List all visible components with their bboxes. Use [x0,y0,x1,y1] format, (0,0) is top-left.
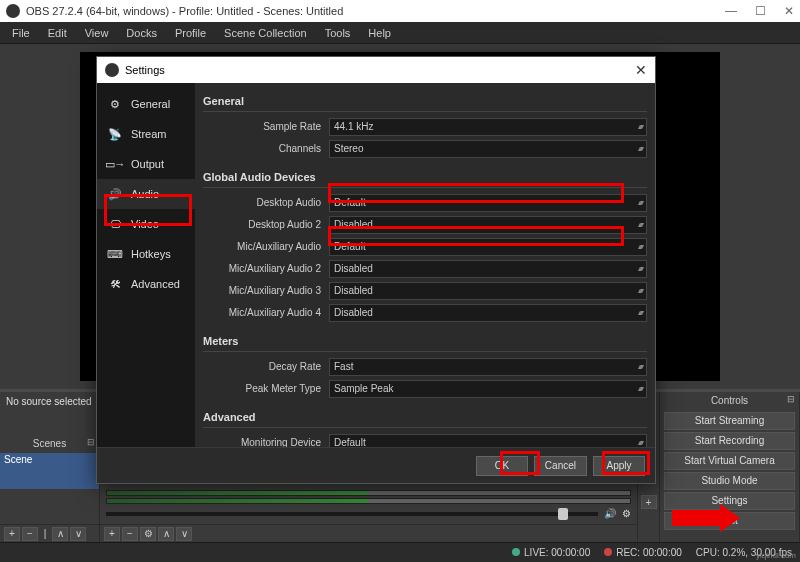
chevron-updown-icon: ▴▾ [638,242,642,251]
apply-button[interactable]: Apply [593,456,645,476]
chevron-updown-icon: ▴▾ [638,438,642,447]
dialog-close-button[interactable]: ✕ [635,62,647,78]
combo-value: Disabled [334,285,373,296]
label-mic-aux3: Mic/Auxiliary Audio 3 [203,285,329,296]
monitor-icon: 🖵 [107,216,123,232]
rec-dot-icon [604,548,612,556]
chevron-updown-icon: ▴▾ [638,308,642,317]
group-meters: Meters [203,331,647,352]
minimize-icon[interactable]: — [725,4,737,18]
status-rec: REC: 00:00:00 [616,547,682,558]
group-global-audio: Global Audio Devices [203,167,647,188]
transition-add-button[interactable]: + [641,495,657,509]
sidebar-item-stream[interactable]: 📡Stream [97,119,195,149]
scene-menu-divider: | [40,527,50,541]
mic-aux4-combo[interactable]: Disabled▴▾ [329,304,647,322]
label-desktop-audio2: Desktop Audio 2 [203,219,329,230]
sidebar-item-label: Advanced [131,278,180,290]
gear-icon[interactable]: ⚙ [622,508,631,519]
desktop-audio-combo[interactable]: Default▴▾ [329,194,647,212]
dialog-title: Settings [125,64,165,76]
volume-slider[interactable] [106,512,598,516]
status-live: LIVE: 00:00:00 [524,547,590,558]
mic-aux2-combo[interactable]: Disabled▴▾ [329,260,647,278]
maximize-icon[interactable]: ☐ [755,4,766,18]
sidebar-item-general[interactable]: ⚙General [97,89,195,119]
menu-docks[interactable]: Docks [118,25,165,41]
window-titlebar: OBS 27.2.4 (64-bit, windows) - Profile: … [0,0,800,22]
remove-scene-button[interactable]: − [22,527,38,541]
sidebar-item-label: Stream [131,128,166,140]
sidebar-item-video[interactable]: 🖵Video [97,209,195,239]
peak-meter-type-combo[interactable]: Sample Peak▴▾ [329,380,647,398]
menu-help[interactable]: Help [360,25,399,41]
source-down-button[interactable]: ∨ [176,527,192,541]
chevron-updown-icon: ▴▾ [638,198,642,207]
mic-aux3-combo[interactable]: Disabled▴▾ [329,282,647,300]
combo-value: Default [334,197,366,208]
studio-mode-button[interactable]: Studio Mode [664,472,795,490]
sidebar-item-hotkeys[interactable]: ⌨Hotkeys [97,239,195,269]
label-sample-rate: Sample Rate [203,121,329,132]
add-source-button[interactable]: + [104,527,120,541]
menu-profile[interactable]: Profile [167,25,214,41]
remove-source-button[interactable]: − [122,527,138,541]
no-source-text: No source selected [0,392,99,435]
cancel-button[interactable]: Cancel [534,456,587,476]
settings-sidebar: ⚙General 📡Stream ▭→Output 🔊Audio 🖵Video … [97,83,195,447]
obs-logo-icon [6,4,20,18]
sidebar-item-label: Video [131,218,159,230]
scene-down-button[interactable]: ∨ [70,527,86,541]
live-dot-icon [512,548,520,556]
sidebar-item-label: Output [131,158,164,170]
start-virtual-camera-button[interactable]: Start Virtual Camera [664,452,795,470]
add-scene-button[interactable]: + [4,527,20,541]
antenna-icon: 📡 [107,126,123,142]
combo-value: Stereo [334,143,363,154]
close-icon[interactable]: ✕ [784,4,794,18]
combo-value: Disabled [334,219,373,230]
combo-value: Sample Peak [334,383,393,394]
mic-aux-combo[interactable]: Default▴▾ [329,238,647,256]
gear-icon: ⚙ [107,96,123,112]
source-props-button[interactable]: ⚙ [140,527,156,541]
scene-up-button[interactable]: ∧ [52,527,68,541]
menu-edit[interactable]: Edit [40,25,75,41]
ok-button[interactable]: OK [476,456,528,476]
chevron-updown-icon: ▴▾ [638,384,642,393]
start-streaming-button[interactable]: Start Streaming [664,412,795,430]
combo-value: 44.1 kHz [334,121,373,132]
audio-meter [106,498,631,504]
menu-tools[interactable]: Tools [317,25,359,41]
combo-value: Fast [334,361,353,372]
label-peak-meter-type: Peak Meter Type [203,383,329,394]
menu-scene-collection[interactable]: Scene Collection [216,25,315,41]
monitoring-device-combo[interactable]: Default▴▾ [329,434,647,448]
speaker-icon[interactable]: 🔊 [604,508,616,519]
label-desktop-audio: Desktop Audio [203,197,329,208]
sidebar-item-output[interactable]: ▭→Output [97,149,195,179]
menu-view[interactable]: View [77,25,117,41]
start-recording-button[interactable]: Start Recording [664,432,795,450]
sample-rate-combo[interactable]: 44.1 kHz▴▾ [329,118,647,136]
decay-rate-combo[interactable]: Fast▴▾ [329,358,647,376]
channels-combo[interactable]: Stereo▴▾ [329,140,647,158]
scenes-header: Scenes [0,435,99,453]
scene-item[interactable]: Scene [0,453,99,490]
menubar: File Edit View Docks Profile Scene Colle… [0,22,800,44]
menu-file[interactable]: File [4,25,38,41]
arrow-to-settings [672,510,720,526]
source-up-button[interactable]: ∧ [158,527,174,541]
chevron-updown-icon: ▴▾ [638,264,642,273]
chevron-updown-icon: ▴▾ [638,122,642,131]
desktop-audio2-combo[interactable]: Disabled▴▾ [329,216,647,234]
sidebar-item-audio[interactable]: 🔊Audio [97,179,195,209]
statusbar: LIVE: 00:00:00 REC: 00:00:00 CPU: 0.2%, … [0,542,800,562]
sidebar-item-advanced[interactable]: 🛠Advanced [97,269,195,299]
label-mic-aux: Mic/Auxiliary Audio [203,241,329,252]
chevron-updown-icon: ▴▾ [638,144,642,153]
chevron-updown-icon: ▴▾ [638,286,642,295]
chevron-updown-icon: ▴▾ [638,362,642,371]
label-monitoring-device: Monitoring Device [203,437,329,447]
label-decay-rate: Decay Rate [203,361,329,372]
